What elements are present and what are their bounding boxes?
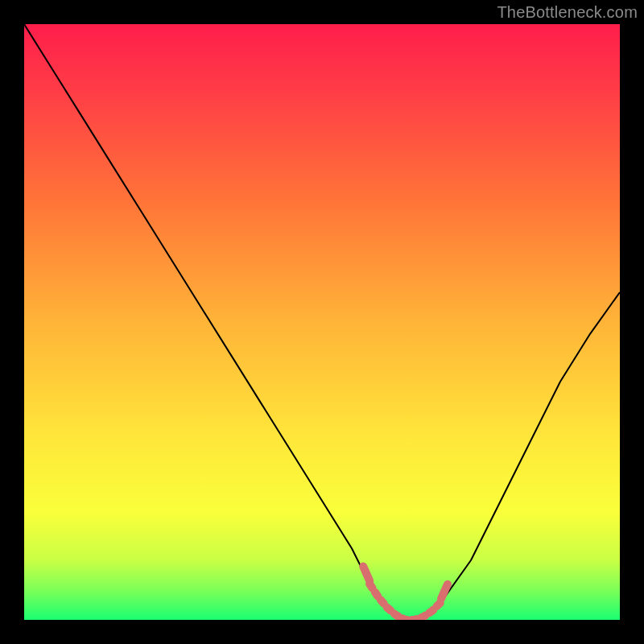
- bottleneck-curve: [24, 24, 620, 620]
- chart-line-group: [24, 24, 620, 620]
- flat-region-end-tick: [363, 567, 369, 581]
- watermark-text: TheBottleneck.com: [497, 3, 638, 22]
- flat-region-marker: [369, 584, 441, 620]
- flat-region-end-tick: [441, 584, 448, 599]
- chart-marker-group: [363, 567, 448, 620]
- plot-area: [24, 24, 620, 620]
- chart-svg: [24, 24, 620, 620]
- chart-frame: TheBottleneck.com: [0, 0, 644, 644]
